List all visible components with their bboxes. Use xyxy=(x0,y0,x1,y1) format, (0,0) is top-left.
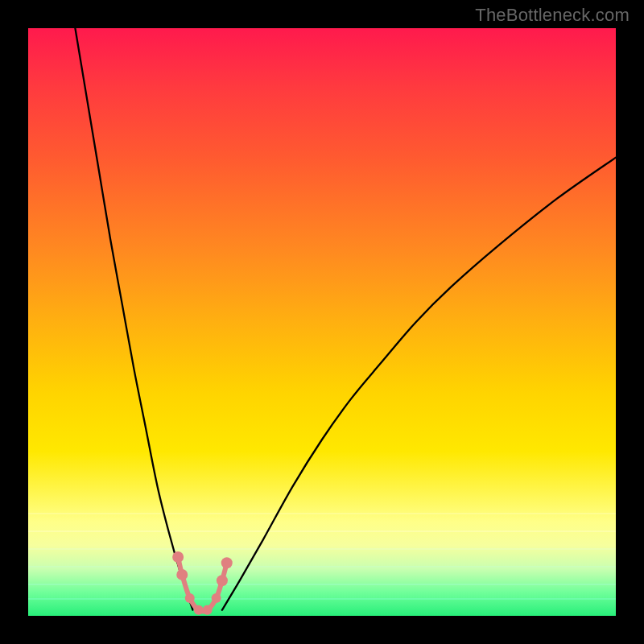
watermark-text: TheBottleneck.com xyxy=(475,5,630,26)
highlight-dot xyxy=(194,605,204,615)
chart-svg xyxy=(28,28,616,616)
curve-right-branch xyxy=(222,158,616,610)
highlight-dots xyxy=(172,551,233,615)
highlight-dot xyxy=(212,593,221,603)
curve-left-branch xyxy=(75,28,192,610)
chart-frame: TheBottleneck.com xyxy=(0,0,644,644)
highlight-dot xyxy=(176,569,188,580)
highlight-dot xyxy=(185,593,195,603)
highlight-dot xyxy=(172,551,184,563)
highlight-dot xyxy=(203,605,213,615)
plot-area xyxy=(28,28,616,616)
highlight-dot xyxy=(221,557,233,568)
highlight-dot xyxy=(217,575,228,586)
